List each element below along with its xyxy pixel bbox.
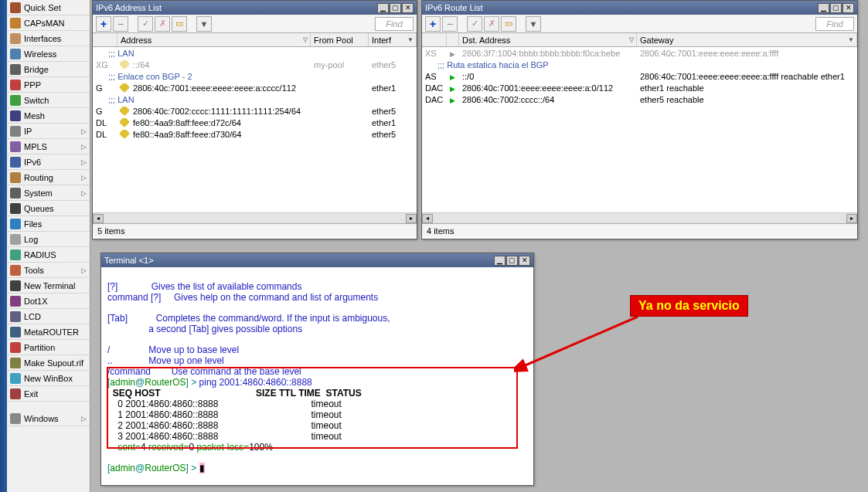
disable-button[interactable]: ✗	[155, 16, 170, 32]
disable-button[interactable]: ✗	[484, 16, 499, 32]
add-button[interactable]: +	[96, 16, 111, 32]
sidebar-item-tools[interactable]: Tools▷	[7, 263, 90, 278]
sidebar-item-interfaces[interactable]: Interfaces	[7, 31, 90, 46]
sidebar-item-ipv6[interactable]: IPv6▷	[7, 154, 90, 170]
h-scrollbar[interactable]: ◂▸	[93, 212, 417, 223]
address-grid[interactable]: ;;; LANXG::/64my-poolether5;;; Enlace co…	[93, 47, 417, 212]
grid-header: Dst. Address▽ Gateway▼	[422, 33, 857, 47]
terminal-body[interactable]: [?] Gives the list of available commands…	[101, 267, 533, 485]
sidebar-item-bridge[interactable]: Bridge	[7, 62, 90, 77]
minimize-button[interactable]: ▁	[377, 3, 389, 13]
route-row[interactable]: AS▶::/02806:40c:7001:eeee:eeee:eeee:a:ff…	[422, 70, 857, 82]
sidebar-item-system[interactable]: System▷	[7, 185, 90, 201]
address-row[interactable]: G2806:40c:7001:eeee:eeee:eeee:a:cccc/112…	[93, 82, 417, 93]
sidebar-item-new-terminal[interactable]: New Terminal	[7, 278, 90, 294]
titlebar[interactable]: Terminal <1> ▁ ▢ ✕	[101, 253, 533, 267]
address-row[interactable]: DLfe80::4aa9:8aff:feee:d730/64ether5	[93, 128, 417, 140]
active-icon-cell: ▶	[447, 72, 459, 81]
sidebar-item-partition[interactable]: Partition	[7, 340, 90, 355]
note-icon: ▭	[505, 19, 512, 29]
sidebar-item-switch[interactable]: Switch	[7, 93, 90, 108]
sidebar-item-ppp[interactable]: PPP	[7, 77, 90, 93]
sidebar-item-exit[interactable]: Exit	[7, 386, 90, 402]
remove-button[interactable]: −	[113, 16, 128, 32]
minimize-button[interactable]: ▁	[494, 256, 505, 266]
group-row: ;;; Enlace con BGP - 2	[93, 70, 417, 82]
route-grid[interactable]: XS▶2806:3f7:1004:bbbb:bbbb:bbbb:f0ca:beb…	[422, 47, 857, 212]
sidebar-item-label: New WinBox	[24, 374, 73, 383]
col-gateway[interactable]: Gateway▼	[637, 33, 857, 46]
address-cell: fe80::4aa9:8aff:feee:d72c/64	[117, 118, 311, 127]
address-row[interactable]: G2806:40c:7002:cccc:1111:1111:1111:254/6…	[93, 105, 417, 117]
maximize-button[interactable]: ▢	[506, 256, 518, 266]
comment-button[interactable]: ▭	[172, 16, 187, 32]
sidebar-item-ip[interactable]: IP▷	[7, 124, 90, 139]
sidebar-item-new-winbox[interactable]: New WinBox	[7, 371, 90, 386]
filter-button[interactable]: ▼	[526, 16, 541, 32]
sidebar-item-quick-set[interactable]: Quick Set	[7, 0, 90, 15]
sidebar-item-metarouter[interactable]: MetaROUTER	[7, 324, 90, 340]
maximize-button[interactable]: ▢	[390, 3, 401, 13]
enable-button[interactable]: ✓	[138, 16, 153, 32]
sidebar-item-mpls[interactable]: MPLS▷	[7, 139, 90, 154]
flags-cell: DAC	[422, 83, 447, 93]
sidebar-item-label: Tools	[24, 266, 44, 275]
plus-icon: +	[100, 18, 107, 30]
add-button[interactable]: +	[425, 16, 441, 32]
sidebar-item-make-supout.rif[interactable]: Make Supout.rif	[7, 355, 90, 371]
maximize-button[interactable]: ▢	[830, 3, 842, 13]
col-interface[interactable]: Interf▼	[369, 33, 417, 46]
funnel-icon: ▼	[529, 19, 538, 29]
route-row[interactable]: DAC▶2806:40c:7001:eeee:eeee:eeee:a:0/112…	[422, 82, 857, 93]
sidebar-item-files[interactable]: Files	[7, 216, 90, 232]
address-cell: 2806:40c:7002:cccc:1111:1111:1111:254/64	[117, 107, 311, 116]
sidebar-item-dot1x[interactable]: Dot1X	[7, 294, 90, 309]
enable-button[interactable]: ✓	[467, 16, 482, 32]
sidebar-item-icon	[10, 18, 21, 29]
play-icon: ▶	[450, 85, 455, 93]
close-button[interactable]: ✕	[402, 3, 414, 13]
sidebar-item-icon	[10, 413, 21, 424]
close-button[interactable]: ✕	[519, 256, 530, 266]
filter-button[interactable]: ▼	[196, 16, 212, 32]
sidebar-item-lcd[interactable]: LCD	[7, 309, 90, 324]
remove-button[interactable]: −	[442, 16, 458, 32]
sidebar-item-icon	[10, 95, 21, 106]
address-row[interactable]: XG::/64my-poolether5	[93, 59, 417, 70]
address-row[interactable]: DLfe80::4aa9:8aff:feee:d72c/64ether1	[93, 117, 417, 128]
interface-cell: ether5	[369, 60, 417, 70]
route-row[interactable]: DAC▶2806:40c:7002:cccc::/64ether5 reacha…	[422, 93, 857, 105]
h-scrollbar[interactable]: ◂▸	[422, 212, 857, 223]
comment-button[interactable]: ▭	[501, 16, 516, 32]
sidebar-item-radius[interactable]: RADIUS	[7, 247, 90, 263]
interface-cell: ether1	[369, 83, 417, 93]
col-dst-address[interactable]: Dst. Address▽	[459, 33, 637, 46]
route-row[interactable]: XS▶2806:3f7:1004:bbbb:bbbb:bbbb:f0ca:beb…	[422, 47, 857, 59]
titlebar[interactable]: IPv6 Route List ▁ ▢ ✕	[422, 1, 857, 15]
sidebar-item-log[interactable]: Log	[7, 232, 90, 247]
sidebar-item-queues[interactable]: Queues	[7, 201, 90, 216]
sidebar-item-capsman[interactable]: CAPsMAN	[7, 15, 90, 31]
gateway-cell: 2806:40c:7001:eeee:eeee:eeee:a:ffff	[637, 49, 857, 58]
grid-header: Address▽ From Pool Interf▼	[93, 33, 417, 47]
flags-cell: AS	[422, 72, 447, 81]
find-input[interactable]: Find	[815, 17, 854, 31]
sidebar-item-wireless[interactable]: Wireless	[7, 46, 90, 62]
find-input[interactable]: Find	[375, 17, 414, 31]
annotation-label: Ya no da servicio	[630, 295, 748, 317]
dst-cell: 2806:40c:7001:eeee:eeee:eeee:a:0/112	[459, 83, 637, 93]
col-address[interactable]: Address▽	[117, 33, 311, 46]
close-button[interactable]: ✕	[842, 3, 854, 13]
sidebar-item-windows[interactable]: Windows▷	[7, 411, 90, 426]
sidebar-item-mesh[interactable]: Mesh	[7, 108, 90, 124]
sidebar-item-label: Routing	[24, 173, 53, 182]
minimize-button[interactable]: ▁	[818, 3, 829, 13]
sidebar-item-icon	[10, 280, 21, 291]
ipv6-address-list-window: IPv6 Address List ▁ ▢ ✕ + − ✓ ✗ ▭ ▼ Find…	[92, 0, 417, 239]
col-from-pool[interactable]: From Pool	[311, 33, 369, 46]
sidebar-item-routing[interactable]: Routing▷	[7, 170, 90, 185]
group-row: ;;; LAN	[93, 93, 417, 105]
svg-line-0	[522, 317, 638, 367]
sidebar-item-label: Files	[24, 219, 42, 229]
titlebar[interactable]: IPv6 Address List ▁ ▢ ✕	[93, 1, 417, 15]
